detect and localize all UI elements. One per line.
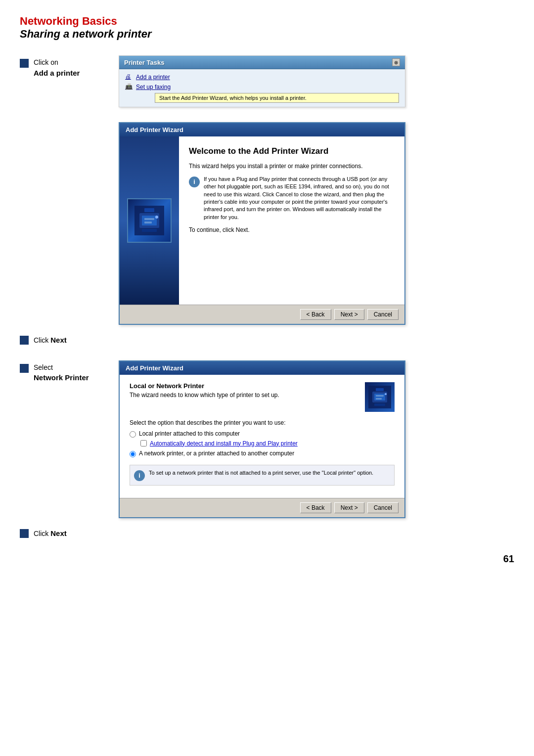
svg-point-7: [155, 216, 158, 219]
svg-rect-4: [144, 222, 152, 223]
bullet3: [20, 364, 29, 373]
printer-tasks-title: Printer Tasks: [124, 59, 164, 66]
fax-icon: 📠: [125, 83, 133, 91]
printer-tasks-container: Printer Tasks ⊗ 🖨 Add a printer 📠 Set up…: [119, 55, 514, 107]
wizard2-section-subtitle: The wizard needs to know which type of p…: [130, 392, 279, 399]
wizard2-footer: < Back Next > Cancel: [120, 498, 404, 517]
info-icon: i: [189, 177, 200, 187]
step4-text: Click Next: [34, 528, 67, 539]
svg-rect-5: [144, 208, 154, 212]
bullet2: [20, 336, 29, 345]
page-subtitle: Sharing a network printer: [20, 28, 514, 41]
wizard2-printer-icon: [365, 382, 395, 412]
step3-label: Select Network Printer: [20, 360, 109, 383]
svg-point-15: [385, 393, 387, 395]
step4-label: Click Next: [20, 526, 109, 539]
section-add-printer: Click on Add a printer Printer Tasks ⊗ 🖨…: [20, 55, 514, 107]
collapse-icon[interactable]: ⊗: [392, 58, 400, 66]
wizard2-top: Local or Network Printer The wizard need…: [130, 382, 395, 412]
wizard2-back-button[interactable]: < Back: [300, 502, 331, 513]
option-label: Select the option that describes the pri…: [130, 419, 395, 426]
wizard1-left: [120, 136, 179, 305]
svg-rect-6: [142, 229, 157, 232]
wizard2-top-container: Select Network Printer Add Printer Wizar…: [20, 360, 514, 518]
wizard1-right: Welcome to the Add Printer Wizard This w…: [179, 136, 404, 305]
info-icon2: i: [134, 470, 145, 481]
setup-fax-link[interactable]: 📠 Set up faxing: [125, 83, 399, 91]
wizard1-intro: This wizard helps you install a printer …: [189, 162, 395, 171]
printer-icon2: [367, 385, 392, 409]
add-printer-link[interactable]: 🖨 Add a printer: [125, 73, 399, 81]
wizard2-title-block: Local or Network Printer The wizard need…: [130, 382, 279, 399]
wizard1-header: Add Printer Wizard: [120, 123, 404, 136]
printer-tasks-body: 🖨 Add a printer 📠 Set up faxing Start th…: [119, 69, 405, 107]
wizard1-footer: < Back Next > Cancel: [120, 305, 404, 324]
step2-label: Click Next: [20, 332, 109, 346]
svg-rect-12: [376, 398, 382, 400]
page-number: 61: [20, 553, 514, 565]
radio-network[interactable]: [130, 451, 136, 457]
svg-rect-11: [376, 395, 384, 397]
page-header: Networking Basics Sharing a network prin…: [20, 15, 514, 41]
svg-rect-2: [142, 216, 157, 225]
wizard1-back-button[interactable]: < Back: [300, 309, 331, 320]
wizard2-section-title: Local or Network Printer: [130, 382, 279, 390]
wizard1-body: Welcome to the Add Printer Wizard This w…: [120, 136, 404, 305]
printer-tasks-panel: Printer Tasks ⊗ 🖨 Add a printer 📠 Set up…: [119, 55, 405, 107]
wizard2-body: Local or Network Printer The wizard need…: [120, 375, 404, 498]
wizard2-next-button[interactable]: Next >: [334, 502, 364, 513]
svg-rect-13: [376, 388, 384, 391]
bullet1: [20, 59, 29, 68]
step3-text: Select Network Printer: [34, 363, 89, 383]
wizard1-section: Add Printer Wizard: [20, 122, 514, 346]
option-network-printer[interactable]: A network printer, or a printer attached…: [130, 450, 395, 457]
step2-text: Click Next: [34, 335, 67, 346]
printer-wizard-icon: [132, 203, 167, 238]
svg-rect-14: [374, 403, 385, 406]
wizard2-info-text: To set up a network printer that is not …: [149, 469, 373, 481]
checkbox-autodetect[interactable]: [140, 440, 147, 446]
page-title: Networking Basics: [20, 15, 514, 28]
radio-local[interactable]: [130, 431, 136, 438]
wizard2-cancel-button[interactable]: Cancel: [367, 502, 399, 513]
wizard1-info-text: If you have a Plug and Play printer that…: [204, 176, 395, 221]
bullet4: [20, 529, 29, 538]
step1-label: Click on Add a printer: [20, 55, 109, 78]
svg-rect-3: [144, 218, 154, 220]
option-autodetect[interactable]: Automatically detect and install my Plug…: [140, 440, 395, 447]
step1-text: Click on Add a printer: [34, 58, 80, 78]
wizard1-container: Add Printer Wizard: [20, 122, 514, 325]
wizard1-next-button[interactable]: Next >: [334, 309, 364, 320]
add-printer-icon: 🖨: [125, 73, 133, 81]
wizard2-header: Add Printer Wizard: [120, 361, 404, 375]
wizard2-section: Select Network Printer Add Printer Wizar…: [20, 360, 514, 539]
wizard1-panel: Add Printer Wizard: [119, 122, 405, 325]
wizard2-info-box: i To set up a network printer that is no…: [130, 465, 395, 486]
step2-click-next: Click Next: [20, 332, 514, 346]
step4-click-next: Click Next: [20, 526, 514, 539]
wizard1-info-box: i If you have a Plug and Play printer th…: [189, 176, 395, 221]
wizard1-heading: Welcome to the Add Printer Wizard: [189, 146, 395, 156]
wizard1-cancel-button[interactable]: Cancel: [367, 309, 399, 320]
option-local-printer[interactable]: Local printer attached to this computer: [130, 430, 395, 438]
wizard1-footer-text: To continue, click Next.: [189, 226, 395, 234]
wizard2-panel: Add Printer Wizard Local or Network Prin…: [119, 360, 405, 518]
printer-tasks-header: Printer Tasks ⊗: [119, 56, 405, 69]
wizard1-icon-box: [127, 198, 172, 243]
tooltip-bar: Start the Add Printer Wizard, which help…: [155, 93, 399, 103]
